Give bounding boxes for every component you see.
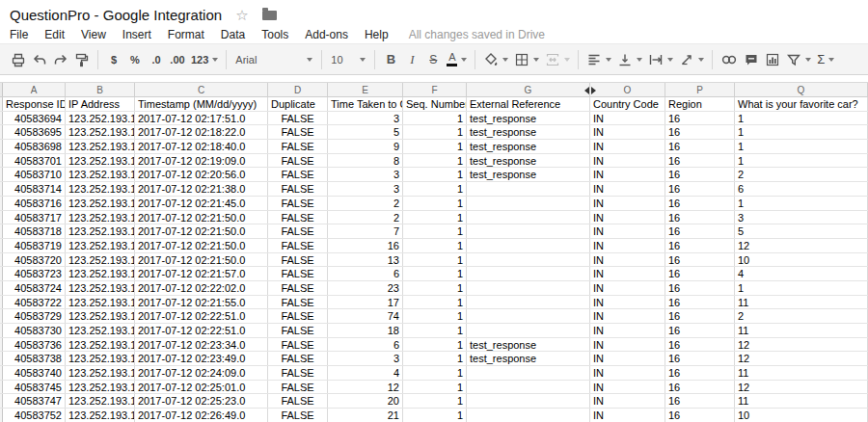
- cell-row12-A[interactable]: 40583720: [3, 253, 66, 267]
- cell-row22-D[interactable]: FALSE: [268, 394, 328, 408]
- cell-row19-O[interactable]: IN: [590, 352, 665, 365]
- cell-row13-P[interactable]: 16: [665, 267, 735, 280]
- print-button[interactable]: [8, 48, 29, 71]
- menu-file[interactable]: File: [10, 28, 28, 41]
- cell-row17-P[interactable]: 16: [665, 324, 735, 337]
- column-header-A[interactable]: A: [3, 83, 66, 96]
- cell-row12-D[interactable]: FALSE: [268, 253, 328, 267]
- cell-row19-A[interactable]: 40583738: [3, 352, 66, 365]
- format-percent-button[interactable]: %: [124, 48, 146, 71]
- cell-row12-P[interactable]: 16: [665, 253, 735, 267]
- cell-row19-Q[interactable]: 12: [735, 352, 868, 365]
- column-header-Q[interactable]: Q: [735, 83, 868, 96]
- cell-row18-D[interactable]: FALSE: [268, 338, 328, 352]
- cell-row11-A[interactable]: 40583719: [3, 239, 66, 252]
- cell-row15-A[interactable]: 40583722: [3, 296, 66, 309]
- cell-row4-F[interactable]: 1: [403, 140, 467, 153]
- cell-row15-P[interactable]: 16: [665, 296, 735, 309]
- cell-row10-F[interactable]: 1: [403, 224, 467, 238]
- field-name-cell-G[interactable]: External Reference: [467, 97, 590, 111]
- cell-row21-B[interactable]: 123.252.193.148: [66, 381, 135, 394]
- cell-row21-D[interactable]: FALSE: [268, 381, 328, 394]
- field-name-cell-P[interactable]: Region: [665, 97, 735, 111]
- borders-button[interactable]: [511, 48, 542, 71]
- cell-row11-P[interactable]: 16: [665, 239, 735, 252]
- font-size-dropdown[interactable]: 10: [327, 48, 369, 71]
- cell-row18-O[interactable]: IN: [590, 338, 665, 352]
- paint-format-button[interactable]: [71, 48, 93, 71]
- cell-row4-E[interactable]: 9: [328, 140, 403, 153]
- cell-row16-O[interactable]: IN: [590, 309, 665, 323]
- cell-row4-A[interactable]: 40583698: [3, 140, 66, 153]
- cell-row16-Q[interactable]: 2: [735, 309, 868, 323]
- cell-row12-O[interactable]: IN: [590, 253, 665, 267]
- cell-row17-O[interactable]: IN: [590, 324, 665, 337]
- cell-row8-D[interactable]: FALSE: [268, 197, 328, 210]
- cell-row2-P[interactable]: 16: [665, 112, 735, 125]
- cell-row7-A[interactable]: 40583714: [3, 182, 66, 196]
- cell-row21-O[interactable]: IN: [590, 381, 665, 394]
- cell-row19-D[interactable]: FALSE: [268, 352, 328, 365]
- cell-row2-O[interactable]: IN: [590, 112, 665, 125]
- cell-row5-E[interactable]: 8: [328, 154, 403, 168]
- cell-row16-E[interactable]: 74: [328, 309, 403, 323]
- cell-row22-B[interactable]: 123.252.193.148: [66, 394, 135, 408]
- cell-row6-A[interactable]: 40583710: [3, 168, 66, 181]
- field-name-cell-O[interactable]: Country Code: [590, 97, 665, 111]
- text-color-button[interactable]: A: [444, 48, 470, 71]
- cell-row17-E[interactable]: 18: [328, 324, 403, 337]
- cell-row9-Q[interactable]: 3: [735, 211, 868, 224]
- column-header-O[interactable]: O: [590, 83, 665, 96]
- cell-row15-D[interactable]: FALSE: [268, 296, 328, 309]
- insert-link-button[interactable]: [718, 48, 741, 71]
- cell-row4-O[interactable]: IN: [590, 140, 665, 153]
- cell-row10-B[interactable]: 123.252.193.148: [66, 224, 135, 238]
- cell-row13-Q[interactable]: 4: [735, 267, 868, 280]
- cell-row14-D[interactable]: FALSE: [268, 281, 328, 295]
- cell-row5-A[interactable]: 40583701: [3, 154, 66, 168]
- fill-color-button[interactable]: [480, 48, 511, 71]
- cell-row3-C[interactable]: 2017-07-12 02:18:22.0: [135, 125, 268, 139]
- cell-row17-B[interactable]: 123.252.193.148: [66, 324, 135, 337]
- cell-row6-D[interactable]: FALSE: [268, 168, 328, 181]
- cell-row14-B[interactable]: 123.252.193.148: [66, 281, 135, 295]
- cell-row3-E[interactable]: 5: [328, 125, 403, 139]
- cell-row9-O[interactable]: IN: [590, 211, 665, 224]
- cell-row18-F[interactable]: 1: [403, 338, 467, 352]
- cell-row11-D[interactable]: FALSE: [268, 239, 328, 252]
- cell-row23-B[interactable]: 123.252.193.148: [66, 409, 135, 422]
- cell-row7-F[interactable]: 1: [403, 182, 467, 196]
- insert-chart-button[interactable]: [762, 48, 783, 71]
- cell-row9-G[interactable]: [467, 211, 590, 224]
- cell-row5-G[interactable]: test_response: [467, 154, 590, 168]
- cell-row7-E[interactable]: 3: [328, 182, 403, 196]
- cell-row14-E[interactable]: 23: [328, 281, 403, 295]
- cell-row12-F[interactable]: 1: [403, 253, 467, 267]
- more-formats-dropdown[interactable]: 123: [188, 48, 221, 71]
- cell-row5-D[interactable]: FALSE: [268, 154, 328, 168]
- cell-row12-B[interactable]: 123.252.193.148: [66, 253, 135, 267]
- cell-row22-A[interactable]: 40583747: [3, 394, 66, 408]
- cell-row10-Q[interactable]: 5: [735, 224, 868, 238]
- cell-row8-G[interactable]: [467, 197, 590, 210]
- cell-row9-A[interactable]: 40583717: [3, 211, 66, 224]
- hidden-columns-indicator[interactable]: [584, 83, 596, 98]
- cell-row19-P[interactable]: 16: [665, 352, 735, 365]
- cell-row2-G[interactable]: test_response: [467, 112, 590, 125]
- cell-row2-A[interactable]: 40583694: [3, 112, 66, 125]
- column-header-E[interactable]: E: [328, 83, 403, 96]
- cell-row17-C[interactable]: 2017-07-12 02:22:51.0: [135, 324, 268, 337]
- cell-row17-Q[interactable]: 11: [735, 324, 868, 337]
- cell-row5-B[interactable]: 123.252.193.148: [66, 154, 135, 168]
- cell-row3-F[interactable]: 1: [403, 125, 467, 139]
- cell-row3-P[interactable]: 16: [665, 125, 735, 139]
- cell-row10-D[interactable]: FALSE: [268, 224, 328, 238]
- menu-help[interactable]: Help: [365, 28, 389, 41]
- cell-row22-P[interactable]: 16: [665, 394, 735, 408]
- cell-row20-G[interactable]: [467, 366, 590, 380]
- cell-row4-C[interactable]: 2017-07-12 02:18:40.0: [135, 140, 268, 153]
- cell-row3-A[interactable]: 40583695: [3, 125, 66, 139]
- cell-row17-D[interactable]: FALSE: [268, 324, 328, 337]
- cell-row8-E[interactable]: 2: [328, 197, 403, 210]
- star-icon[interactable]: ☆: [235, 8, 248, 22]
